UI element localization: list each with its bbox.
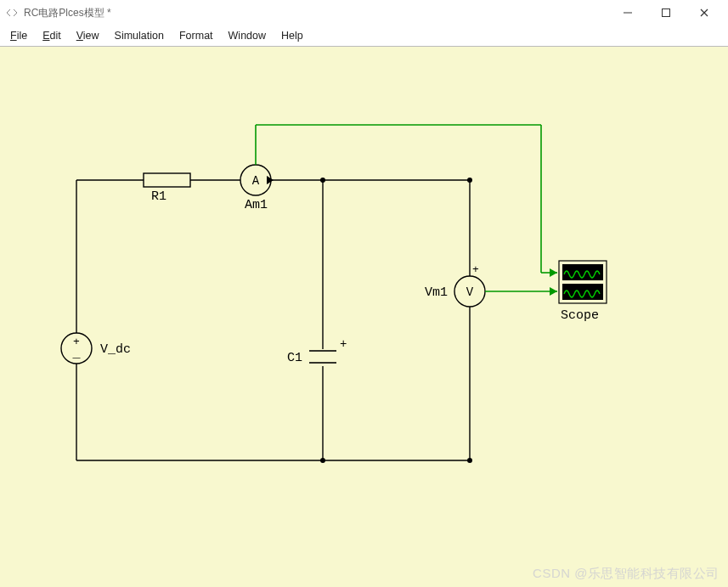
menu-edit[interactable]: Edit bbox=[42, 30, 61, 42]
window-title: RC电路Plces模型 * bbox=[24, 6, 608, 20]
svg-text:A: A bbox=[252, 174, 260, 188]
svg-point-15 bbox=[320, 458, 325, 463]
close-button[interactable] bbox=[685, 1, 723, 25]
app-icon bbox=[5, 6, 19, 20]
menu-file[interactable]: File bbox=[10, 30, 27, 42]
menu-format[interactable]: Format bbox=[179, 30, 213, 42]
svg-text:V: V bbox=[466, 285, 474, 299]
svg-rect-1 bbox=[662, 9, 669, 17]
menu-help[interactable]: Help bbox=[281, 30, 303, 42]
svg-text:+: + bbox=[472, 263, 479, 276]
menu-view[interactable]: View bbox=[76, 30, 99, 42]
label-r1: R1 bbox=[151, 189, 166, 204]
label-am1: Am1 bbox=[245, 198, 268, 212]
svg-text:+: + bbox=[340, 337, 347, 351]
signal-wires bbox=[256, 125, 557, 296]
scope-block[interactable] bbox=[559, 261, 607, 303]
svg-text:_: _ bbox=[71, 347, 81, 361]
svg-point-13 bbox=[320, 178, 325, 183]
diagram-canvas[interactable]: + _ A + V + bbox=[0, 46, 728, 587]
ammeter[interactable]: A bbox=[240, 165, 274, 195]
label-vm1: Vm1 bbox=[425, 285, 448, 300]
window-controls bbox=[608, 1, 723, 25]
voltage-source[interactable]: + _ bbox=[61, 333, 92, 364]
svg-point-16 bbox=[467, 458, 472, 463]
label-scope: Scope bbox=[561, 308, 599, 323]
label-vdc: V_dc bbox=[100, 342, 131, 357]
circuit-wires bbox=[76, 173, 470, 460]
svg-marker-33 bbox=[550, 268, 557, 277]
titlebar: RC电路Plces模型 * bbox=[0, 0, 728, 25]
circuit-nodes bbox=[320, 178, 472, 463]
menu-window[interactable]: Window bbox=[229, 30, 266, 42]
menu-simulation[interactable]: Simulation bbox=[115, 30, 164, 42]
menubar: File Edit View Simulation Format Window … bbox=[0, 25, 728, 46]
svg-point-14 bbox=[467, 178, 472, 183]
svg-rect-8 bbox=[144, 173, 190, 187]
label-c1: C1 bbox=[287, 351, 302, 365]
capacitor[interactable]: + bbox=[309, 337, 347, 363]
maximize-button[interactable] bbox=[646, 1, 685, 25]
minimize-button[interactable] bbox=[608, 1, 646, 25]
svg-marker-35 bbox=[550, 287, 557, 296]
